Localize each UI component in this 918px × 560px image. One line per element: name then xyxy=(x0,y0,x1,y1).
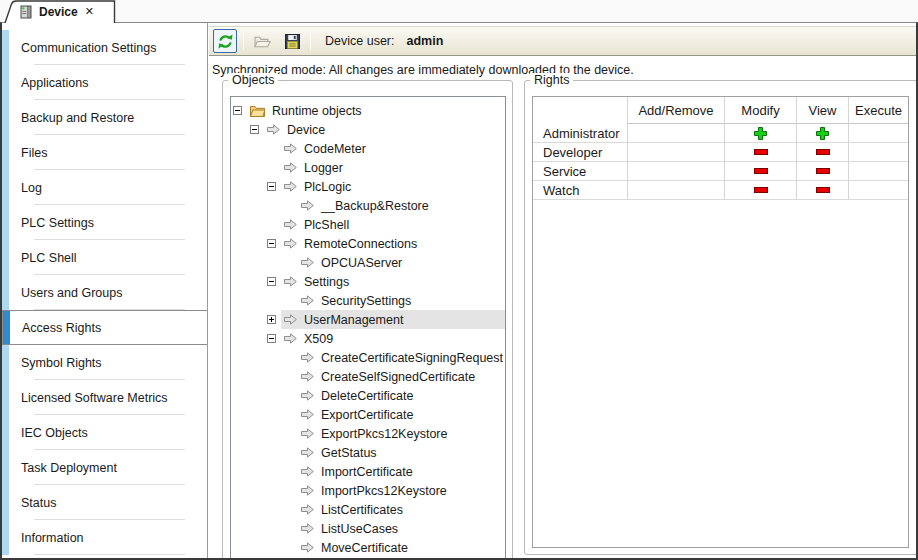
tree-item-listcertificates[interactable]: ListCertificates xyxy=(231,500,505,519)
sidebar-item-label: Symbol Rights xyxy=(21,356,102,370)
sidebar-item-label: Access Rights xyxy=(22,321,101,335)
permission-cell-developer-view[interactable] xyxy=(796,143,848,162)
sidebar-item-symbol-rights[interactable]: Symbol Rights xyxy=(2,345,207,380)
sidebar-item-communication-settings[interactable]: Communication Settings xyxy=(2,30,207,65)
sidebar-item-iec-objects[interactable]: IEC Objects xyxy=(2,415,207,450)
sidebar-item-access-rights[interactable]: Access Rights xyxy=(2,310,207,345)
tree-item-x509[interactable]: X509 xyxy=(231,329,505,348)
editor-panel: Communication SettingsApplicationsBackup… xyxy=(0,22,918,560)
permission-cell-administrator-modify[interactable] xyxy=(724,124,796,143)
arrow-icon xyxy=(284,181,297,192)
permission-cell-service-execute[interactable] xyxy=(848,162,908,181)
permission-cell-developer-execute[interactable] xyxy=(848,143,908,162)
accent-bar xyxy=(2,520,9,555)
sidebar-item-files[interactable]: Files xyxy=(2,135,207,170)
sidebar-item-log[interactable]: Log xyxy=(2,170,207,205)
sidebar-item-label: Communication Settings xyxy=(21,41,156,55)
permission-cell-administrator-execute[interactable] xyxy=(848,124,908,143)
tree-item-usermanagement[interactable]: UserManagement xyxy=(231,310,505,329)
tree-item-label: ExportCertificate xyxy=(321,408,413,422)
arrow-icon xyxy=(284,276,297,287)
tree-item-logger[interactable]: Logger xyxy=(231,158,505,177)
sidebar-item-applications[interactable]: Applications xyxy=(2,65,207,100)
minus-icon xyxy=(816,187,830,193)
accent-bar xyxy=(2,170,9,205)
sidebar-item-backup-and-restore[interactable]: Backup and Restore xyxy=(2,100,207,135)
arrow-icon xyxy=(301,466,314,477)
tree-item-device[interactable]: Device xyxy=(231,120,505,139)
arrow-icon xyxy=(301,504,314,515)
tree-item-settings[interactable]: Settings xyxy=(231,272,505,291)
sidebar-item-label: Information xyxy=(21,531,84,545)
tree-item-label: X509 xyxy=(304,332,333,346)
tree-item-backup-restore[interactable]: __Backup&Restore xyxy=(231,196,505,215)
tree-item-label: Settings xyxy=(304,275,349,289)
expand-icon[interactable] xyxy=(267,315,276,324)
refresh-icon xyxy=(217,33,234,50)
close-icon[interactable]: ✕ xyxy=(85,6,94,17)
permission-cell-watch-add-remove[interactable] xyxy=(627,181,724,200)
tree-item-plclogic[interactable]: PlcLogic xyxy=(231,177,505,196)
sidebar-item-licensed-software-metrics[interactable]: Licensed Software Metrics xyxy=(2,380,207,415)
open-button[interactable] xyxy=(250,29,274,53)
permission-cell-developer-modify[interactable] xyxy=(724,143,796,162)
save-button[interactable] xyxy=(280,29,304,53)
tree-item-listusecases[interactable]: ListUseCases xyxy=(231,519,505,538)
sidebar-item-status[interactable]: Status xyxy=(2,485,207,520)
collapse-icon[interactable] xyxy=(267,239,276,248)
permission-cell-service-view[interactable] xyxy=(796,162,848,181)
open-folder-icon xyxy=(254,34,271,49)
tree-item-exportpkcs12keystore[interactable]: ExportPkcs12Keystore xyxy=(231,424,505,443)
permission-cell-watch-view[interactable] xyxy=(796,181,848,200)
tree-item-exportcertificate[interactable]: ExportCertificate xyxy=(231,405,505,424)
sidebar-item-label: Files xyxy=(21,146,47,160)
tree-item-label: UserManagement xyxy=(304,313,403,327)
tree-item-createcertificatesigningrequest[interactable]: CreateCertificateSigningRequest xyxy=(231,348,505,367)
collapse-icon[interactable] xyxy=(267,334,276,343)
collapse-icon[interactable] xyxy=(250,125,259,134)
permission-cell-administrator-view[interactable] xyxy=(796,124,848,143)
tree-item-createselfsignedcertificate[interactable]: CreateSelfSignedCertificate xyxy=(231,367,505,386)
tree-item-label: PlcShell xyxy=(304,218,349,232)
sidebar-item-information[interactable]: Information xyxy=(2,520,207,555)
permission-cell-administrator-add-remove[interactable] xyxy=(627,124,724,143)
collapse-icon[interactable] xyxy=(233,106,242,115)
tab-device[interactable]: Device ✕ xyxy=(4,0,116,23)
arrow-icon xyxy=(284,333,297,344)
toolbar-separator xyxy=(243,32,244,50)
permission-cell-service-modify[interactable] xyxy=(724,162,796,181)
tab-title: Device xyxy=(39,5,78,19)
tree-item-getstatus[interactable]: GetStatus xyxy=(231,443,505,462)
accent-bar xyxy=(2,275,9,310)
column-header-view: View xyxy=(796,97,848,124)
permission-cell-developer-add-remove[interactable] xyxy=(627,143,724,162)
permission-cell-watch-execute[interactable] xyxy=(848,181,908,200)
collapse-icon[interactable] xyxy=(267,182,276,191)
tree-item-codemeter[interactable]: CodeMeter xyxy=(231,139,505,158)
role-label-administrator: Administrator xyxy=(533,124,627,143)
tree-item-opcuaserver[interactable]: OPCUAServer xyxy=(231,253,505,272)
tree-item-importpkcs12keystore[interactable]: ImportPkcs12Keystore xyxy=(231,481,505,500)
save-icon xyxy=(285,34,300,49)
accent-bar xyxy=(2,100,9,135)
arrow-icon xyxy=(284,314,297,325)
device-user-value: admin xyxy=(406,34,443,48)
tree-item-plcshell[interactable]: PlcShell xyxy=(231,215,505,234)
tree-item-importcertificate[interactable]: ImportCertificate xyxy=(231,462,505,481)
refresh-button[interactable] xyxy=(213,29,237,53)
sidebar-item-users-and-groups[interactable]: Users and Groups xyxy=(2,275,207,310)
collapse-icon[interactable] xyxy=(267,277,276,286)
sidebar-item-plc-settings[interactable]: PLC Settings xyxy=(2,205,207,240)
permission-cell-service-add-remove[interactable] xyxy=(627,162,724,181)
tree-item-movecertificate[interactable]: MoveCertificate xyxy=(231,538,505,557)
permission-cell-watch-modify[interactable] xyxy=(724,181,796,200)
tree-item-label: RemoteConnections xyxy=(304,237,417,251)
tree-item-securitysettings[interactable]: SecuritySettings xyxy=(231,291,505,310)
tree-item-runtime-objects[interactable]: Runtime objects xyxy=(231,101,505,120)
sidebar-item-task-deployment[interactable]: Task Deployment xyxy=(2,450,207,485)
tree-item-remoteconnections[interactable]: RemoteConnections xyxy=(231,234,505,253)
sidebar-item-plc-shell[interactable]: PLC Shell xyxy=(2,240,207,275)
device-icon xyxy=(20,5,32,19)
tree-item-deletecertificate[interactable]: DeleteCertificate xyxy=(231,386,505,405)
arrow-icon xyxy=(267,124,280,135)
